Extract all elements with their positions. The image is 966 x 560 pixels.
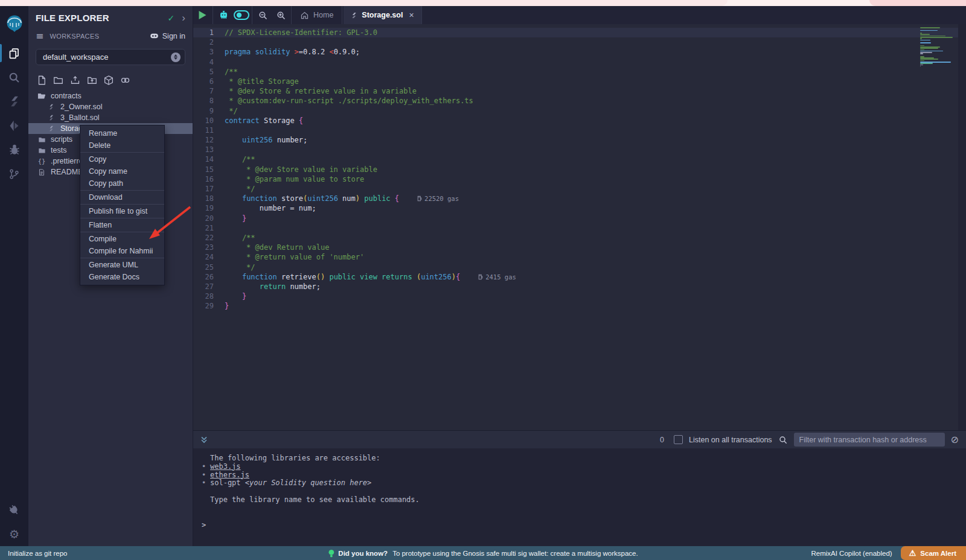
hamburger-menu-icon[interactable]: ≡ [36, 30, 43, 42]
code-line-content: * @dev Store value in variable [225, 165, 377, 174]
scam-alert-button[interactable]: ⚠ Scam Alert [901, 546, 966, 560]
menu-item-delete[interactable]: Delete [80, 139, 164, 151]
listen-transactions-checkbox[interactable] [674, 435, 683, 444]
terminal-search-icon[interactable] [778, 435, 788, 445]
code-line-16[interactable]: 16 * @param num value to store [193, 174, 966, 184]
code-line-13[interactable]: 13 [193, 145, 966, 154]
git-init-button[interactable]: Initialize as git repo [0, 550, 67, 557]
code-line-22[interactable]: 22 /** [193, 233, 966, 243]
code-line-23[interactable]: 23 * @dev Return value [193, 243, 966, 252]
code-line-8[interactable]: 8 * @custom:dev-run-script ./scripts/dep… [193, 96, 966, 106]
minimap-line [920, 38, 922, 39]
code-line-2[interactable]: 2 [193, 37, 966, 47]
menu-item-copy[interactable]: Copy [80, 153, 164, 165]
upload-folder-icon[interactable] [86, 75, 98, 86]
code-line-4[interactable]: 4 [193, 57, 966, 67]
sign-in-button[interactable]: Sign in [150, 32, 185, 40]
tree-item-contracts[interactable]: contracts [28, 91, 193, 101]
tab-storage-sol[interactable]: Storage.sol × [344, 6, 421, 24]
minimap-line [920, 49, 924, 51]
code-line-18[interactable]: 18 function store(uint256 num) public {2… [193, 194, 966, 203]
transaction-filter-input[interactable] [794, 433, 945, 447]
code-line-20[interactable]: 20 } [193, 214, 966, 223]
code-line-26[interactable]: 26 function retrieve() public view retur… [193, 272, 966, 282]
file-explorer-toolbar [28, 71, 193, 91]
search-icon[interactable] [0, 65, 28, 89]
copilot-status-label[interactable]: RemixAI Copilot (enabled) [811, 550, 892, 557]
menu-item-copy-path[interactable]: Copy path [80, 177, 164, 189]
code-line-5[interactable]: 5/** [193, 67, 966, 77]
line-number: 3 [193, 47, 225, 57]
menu-item-flatten[interactable]: Flatten [80, 219, 164, 231]
debugger-icon[interactable] [0, 138, 28, 162]
file-explorer-icon[interactable] [0, 41, 28, 65]
workspace-select[interactable]: default_workspace [36, 49, 185, 65]
ai-copilot-robot-icon[interactable] [214, 6, 232, 24]
panel-title: FILE EXPLORER [36, 13, 168, 23]
terminal-prompt[interactable]: > [202, 521, 966, 530]
line-number: 25 [193, 262, 225, 272]
tab-home[interactable]: Home [293, 6, 341, 24]
code-line-3[interactable]: 3pragma solidity >=0.8.2 <0.9.0; [193, 47, 966, 57]
menu-item-compile-for-nahmii[interactable]: Compile for Nahmii [80, 245, 164, 257]
new-file-icon[interactable] [36, 75, 47, 86]
code-line-21[interactable]: 21 [193, 223, 966, 233]
editor-scrollbar[interactable] [958, 24, 966, 430]
tree-item-3-ballot-sol[interactable]: 3_Ballot.sol [28, 112, 193, 123]
minimap-line [920, 28, 955, 30]
code-line-19[interactable]: 19 number = num; [193, 203, 966, 213]
terminal-link[interactable]: web3.js [210, 463, 241, 471]
settings-icon[interactable]: ⚙ [0, 522, 28, 546]
copilot-toggle[interactable] [232, 6, 251, 24]
deploy-run-icon[interactable] [0, 113, 28, 138]
terminal-output[interactable]: The following libraries are accessible:•… [193, 448, 966, 546]
menu-item-download[interactable]: Download [80, 191, 164, 203]
line-number: 5 [193, 67, 225, 77]
toolbar-separator [342, 6, 342, 24]
code-line-11[interactable]: 11 [193, 126, 966, 135]
code-editor[interactable]: 1// SPDX-License-Identifier: GPL-3.023pr… [193, 24, 966, 430]
menu-item-copy-name[interactable]: Copy name [80, 165, 164, 177]
clear-console-icon[interactable]: ⊘ [951, 434, 959, 445]
code-line-28[interactable]: 28 } [193, 291, 966, 301]
new-folder-icon[interactable] [53, 75, 64, 86]
tree-item-2-owner-sol[interactable]: 2_Owner.sol [28, 101, 193, 112]
code-line-24[interactable]: 24 * @return value of 'number' [193, 252, 966, 262]
tab-close-icon[interactable]: × [409, 10, 414, 20]
solidity-compiler-icon[interactable] [0, 89, 28, 113]
remix-logo[interactable] [0, 6, 28, 41]
upload-file-icon[interactable] [69, 75, 81, 86]
code-line-6[interactable]: 6 * @title Storage [193, 77, 966, 86]
line-number: 23 [193, 243, 225, 252]
menu-item-publish-file-to-gist[interactable]: Publish file to gist [80, 205, 164, 217]
editor-minimap[interactable] [920, 27, 955, 67]
git-icon[interactable] [0, 162, 28, 186]
code-line-content: // SPDX-License-Identifier: GPL-3.0 [225, 28, 377, 37]
check-icon[interactable]: ✓ [168, 13, 175, 23]
zoom-in-icon[interactable] [272, 6, 290, 24]
line-number: 10 [193, 116, 225, 126]
menu-item-compile[interactable]: Compile [80, 233, 164, 245]
chevron-right-icon[interactable]: › [182, 13, 185, 23]
code-line-10[interactable]: 10contract Storage { [193, 116, 966, 126]
menu-item-generate-docs[interactable]: Generate Docs [80, 271, 164, 283]
double-chevron-down-icon[interactable] [199, 435, 209, 445]
terminal-link[interactable]: ethers.js [210, 471, 249, 480]
run-script-button[interactable] [193, 6, 211, 24]
code-line-17[interactable]: 17 */ [193, 184, 966, 194]
code-line-7[interactable]: 7 * @dev Store & retrieve value in a var… [193, 86, 966, 96]
code-line-9[interactable]: 9 */ [193, 106, 966, 116]
code-line-14[interactable]: 14 /** [193, 154, 966, 164]
zoom-out-icon[interactable] [254, 6, 272, 24]
code-line-1[interactable]: 1// SPDX-License-Identifier: GPL-3.0 [193, 28, 966, 37]
code-line-15[interactable]: 15 * @dev Store value in variable [193, 165, 966, 174]
code-line-27[interactable]: 27 return number; [193, 282, 966, 291]
code-line-12[interactable]: 12 uint256 number; [193, 135, 966, 145]
import-url-icon[interactable] [120, 75, 131, 86]
code-line-29[interactable]: 29} [193, 301, 966, 311]
menu-item-rename[interactable]: Rename [80, 127, 164, 139]
menu-item-generate-uml[interactable]: Generate UML [80, 259, 164, 271]
ipfs-import-icon[interactable] [103, 75, 114, 86]
plugin-manager-icon[interactable] [0, 498, 28, 522]
code-line-25[interactable]: 25 */ [193, 262, 966, 272]
